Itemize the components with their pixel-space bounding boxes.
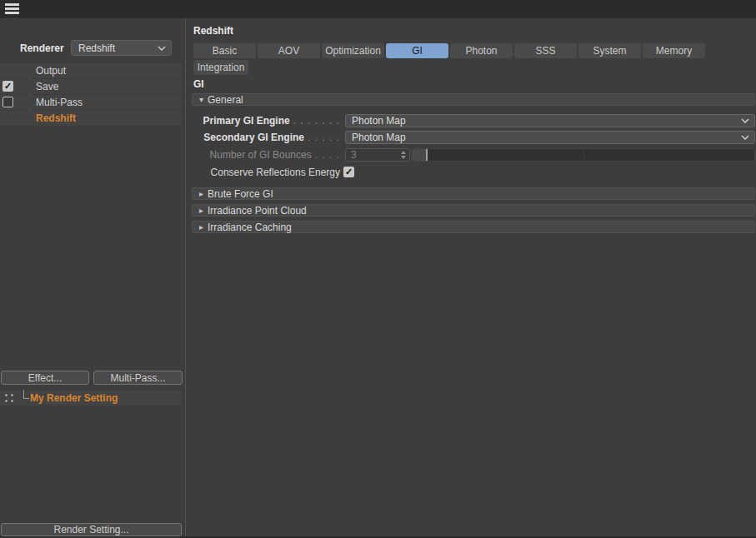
multi-pass-checkbox[interactable] — [3, 97, 13, 107]
tab-aov[interactable]: AOV — [258, 43, 320, 58]
menu-bar — [5, 7, 19, 10]
slider-knob-line — [426, 149, 428, 161]
check-icon: ✓ — [4, 82, 12, 91]
gi-bounces-input: 3 — [345, 148, 410, 162]
chevron-down-icon — [741, 135, 749, 140]
render-target-icon — [4, 393, 14, 403]
tab-gi[interactable]: GI — [386, 43, 448, 58]
tab-bar-row2: Integration — [193, 60, 248, 75]
renderer-dropdown[interactable]: Redshift — [71, 40, 172, 56]
effect-button[interactable]: Effect... — [1, 371, 89, 385]
sidebar: Renderer Redshift Output ✓ Save Multi-Pa… — [0, 18, 185, 538]
field-label: Secondary GI Engine — [203, 132, 304, 143]
field-label: Conserve Reflections Energy — [211, 167, 340, 178]
menu-bar — [5, 3, 19, 6]
sidebar-item-output[interactable]: Output — [0, 63, 182, 78]
group-label: General — [208, 94, 243, 106]
sidebar-item-label: Save — [36, 81, 58, 92]
secondary-gi-engine-select[interactable]: Photon Map — [345, 131, 755, 144]
tab-optimization[interactable]: Optimization — [322, 43, 384, 58]
label-leader-dots: . . . . . . . — [293, 115, 340, 127]
sidebar-item-label: Multi-Pass — [36, 97, 83, 108]
field-label: Primary GI Engine — [203, 115, 290, 127]
sidebar-item-save[interactable]: ✓ Save — [0, 79, 182, 94]
effect-button-label: Effect... — [28, 372, 62, 384]
tree-connector — [23, 398, 29, 399]
tab-system[interactable]: System — [578, 43, 641, 58]
sidebar-item-redshift[interactable]: Redshift — [0, 111, 182, 126]
conserve-reflections-energy-checkbox[interactable]: ✓ — [343, 167, 354, 177]
stepper-up-icon — [401, 151, 406, 154]
field-label: Number of GI Bounces — [210, 149, 312, 161]
primary-gi-engine-label: Primary GI Engine . . . . . . . — [192, 114, 340, 127]
collapsed-arrow-icon: ▸ — [199, 189, 203, 198]
multi-pass-button-label: Multi-Pass... — [110, 372, 165, 384]
renderer-value: Redshift — [78, 42, 158, 54]
primary-gi-engine-value: Photon Map — [352, 115, 741, 127]
collapsed-arrow-icon: ▸ — [199, 222, 203, 232]
panel-title: Redshift — [193, 25, 233, 37]
render-settings-window: Renderer Redshift Output ✓ Save Multi-Pa… — [0, 0, 756, 538]
slider-mid-tick — [583, 151, 584, 159]
gi-bounces-slider — [412, 148, 755, 162]
my-render-setting-label[interactable]: My Render Setting — [30, 392, 118, 404]
settings-panel: Redshift Basic AOV Optimization GI Photo… — [186, 18, 756, 538]
group-header-irradiance-caching[interactable]: ▸ Irradiance Caching — [192, 221, 755, 233]
sidebar-item-label: Redshift — [36, 112, 76, 124]
topbar — [0, 0, 756, 18]
secondary-gi-engine-value: Photon Map — [352, 132, 741, 143]
render-setting-button-label: Render Setting... — [53, 524, 128, 536]
group-label: Brute Force GI — [208, 188, 273, 200]
collapsed-arrow-icon: ▸ — [199, 206, 203, 215]
number-stepper-icon — [401, 151, 406, 159]
conserve-reflections-energy-label: Conserve Reflections Energy — [192, 166, 340, 179]
render-setting-button[interactable]: Render Setting... — [1, 523, 182, 536]
menu-bar — [5, 12, 19, 14]
tab-integration[interactable]: Integration — [193, 60, 248, 75]
group-header-general[interactable]: ▾ General — [192, 93, 755, 106]
group-label: Irradiance Caching — [208, 222, 292, 233]
label-leader-dots: . . . . — [315, 149, 340, 161]
multi-pass-button[interactable]: Multi-Pass... — [93, 371, 183, 385]
menu-icon[interactable] — [5, 3, 20, 15]
group-header-brute-force-gi[interactable]: ▸ Brute Force GI — [192, 187, 755, 200]
stepper-down-icon — [401, 156, 406, 159]
tab-bar-row1: Basic AOV Optimization GI Photon SSS Sys… — [193, 43, 705, 58]
slider-handle — [413, 149, 426, 161]
renderer-label: Renderer — [20, 42, 64, 54]
sidebar-item-label: Output — [36, 65, 66, 77]
label-leader-dots: . . . . . — [308, 132, 340, 143]
gi-bounces-value: 3 — [351, 149, 357, 161]
primary-gi-engine-select[interactable]: Photon Map — [345, 114, 755, 127]
tab-basic[interactable]: Basic — [193, 43, 256, 58]
chevron-down-icon — [158, 46, 166, 51]
expanded-arrow-icon: ▾ — [199, 95, 203, 104]
group-header-irradiance-point-cloud[interactable]: ▸ Irradiance Point Cloud — [192, 204, 755, 217]
group-label: Irradiance Point Cloud — [208, 205, 307, 217]
check-icon: ✓ — [345, 167, 353, 177]
secondary-gi-engine-label: Secondary GI Engine . . . . . — [192, 131, 340, 144]
tab-memory[interactable]: Memory — [643, 43, 705, 58]
section-heading: GI — [193, 78, 204, 90]
tree-connector — [23, 390, 24, 398]
gi-bounces-label: Number of GI Bounces . . . . — [192, 148, 340, 162]
sidebar-item-multi-pass[interactable]: Multi-Pass — [0, 95, 182, 110]
chevron-down-icon — [741, 118, 749, 123]
save-checkbox[interactable]: ✓ — [3, 81, 13, 92]
tab-photon[interactable]: Photon — [450, 43, 513, 58]
tab-sss[interactable]: SSS — [514, 43, 577, 58]
